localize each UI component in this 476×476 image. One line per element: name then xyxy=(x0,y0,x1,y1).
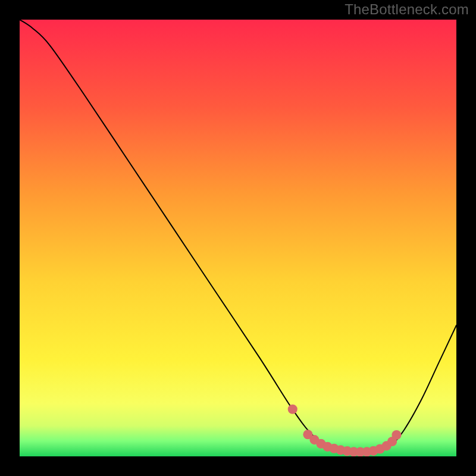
chart-frame: TheBottleneck.com xyxy=(0,0,476,476)
marker-dot xyxy=(288,405,298,414)
watermark-text: TheBottleneck.com xyxy=(345,1,469,18)
marker-dot xyxy=(392,430,401,440)
chart-plot-area xyxy=(20,20,456,456)
chart-svg xyxy=(20,20,456,456)
gradient-background xyxy=(20,20,456,456)
